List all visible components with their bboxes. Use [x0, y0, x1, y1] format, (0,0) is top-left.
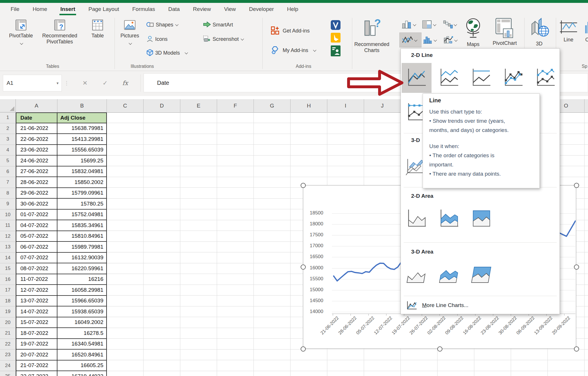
column-header-G[interactable]: G [254, 99, 291, 112]
table-cell-adj-close[interactable]: 15850.2002 [57, 177, 107, 188]
table-cell-date[interactable]: 20-07-2022 [16, 350, 57, 360]
row-header-25[interactable]: 25 [0, 371, 16, 376]
smartart-button[interactable]: SmartArt [203, 21, 233, 28]
100pct-stacked-area-icon[interactable] [470, 207, 493, 230]
table-cell-adj-close[interactable]: 15810.84961 [57, 231, 107, 242]
column-header-E[interactable]: E [180, 99, 217, 112]
chart-selection-handle[interactable] [301, 264, 306, 270]
table-cell-adj-close[interactable]: 15799.09961 [57, 188, 107, 199]
table-cell-adj-close[interactable]: 16520.84961 [57, 350, 107, 360]
line-with-markers-icon[interactable] [502, 66, 525, 89]
chevron-down-icon[interactable] [313, 48, 316, 51]
table-cell-adj-close[interactable]: 15638.79981 [57, 123, 107, 134]
row-header-17[interactable]: 17 [0, 285, 16, 296]
chevron-down-icon[interactable] [414, 38, 417, 41]
table-cell-date[interactable]: 23-06-2022 [16, 145, 57, 156]
column-header-I[interactable]: I [327, 99, 364, 112]
insert-function-icon[interactable]: fx [117, 75, 133, 91]
row-header-9[interactable]: 9 [0, 199, 16, 210]
visio-addin-icon[interactable] [331, 20, 341, 31]
chart-selection-handle[interactable] [574, 183, 579, 188]
table-cell-adj-close[interactable]: 16132.90039 [57, 253, 107, 264]
tab-view[interactable]: View [217, 3, 242, 16]
chart-selection-handle[interactable] [437, 346, 442, 352]
column-header-J[interactable]: J [364, 99, 401, 112]
column-header-C[interactable]: C [107, 99, 144, 112]
table-cell-date[interactable]: 30-06-2022 [16, 199, 57, 210]
insert-hierarchy-chart-button[interactable] [421, 20, 436, 29]
row-header-4[interactable]: 4 [0, 145, 16, 156]
area-icon[interactable] [405, 207, 428, 230]
table-cell-date[interactable]: 24-06-2022 [16, 156, 57, 166]
table-cell-date[interactable]: 22-07-2022 [16, 371, 57, 376]
table-cell-date[interactable]: 15-07-2022 [16, 317, 57, 328]
row-header-19[interactable]: 19 [0, 306, 16, 317]
icons-button[interactable]: Icons [146, 35, 167, 43]
table-cell-adj-close[interactable]: 15556.65039 [57, 145, 107, 156]
table-cell-date[interactable]: 18-07-2022 [16, 328, 57, 339]
screenshot-button[interactable]: Screenshot [203, 35, 243, 43]
table-cell-adj-close[interactable]: 16340.54981 [57, 339, 107, 350]
table-cell-adj-close[interactable]: 15835.34961 [57, 220, 107, 231]
recommended-charts-button[interactable]: ? Recommended Charts [353, 17, 390, 53]
namebox-chevron-icon[interactable]: ▾ [57, 81, 59, 85]
table-cell-adj-close[interactable]: 15699.25 [57, 156, 107, 166]
column-header-B[interactable]: B [57, 99, 107, 112]
table-cell-date[interactable]: 13-07-2022 [16, 296, 57, 307]
table-cell-date[interactable]: 21-06-2022 [16, 123, 57, 134]
column-header-D[interactable]: D [144, 99, 180, 112]
table-cell-adj-close[interactable]: 16216 [57, 274, 107, 285]
row-header-2[interactable]: 2 [0, 123, 16, 134]
table-cell-adj-close[interactable]: 15832.04981 [57, 166, 107, 177]
table-cell-adj-close[interactable]: 15780.25 [57, 199, 107, 210]
3d-area-icon[interactable] [405, 264, 428, 287]
table-header-date[interactable]: Date [16, 112, 57, 123]
pivottable-button[interactable]: PivotTable [8, 18, 34, 46]
tab-review[interactable]: Review [186, 3, 217, 16]
name-box[interactable]: A1 ▾ [3, 75, 62, 91]
table-cell-date[interactable]: 11-07-2022 [16, 274, 57, 285]
tab-home[interactable]: Home [26, 3, 54, 16]
line-chart-icon[interactable] [405, 66, 428, 89]
table-cell-date[interactable]: 01-07-2022 [16, 210, 57, 220]
maps-button[interactable]: Maps [463, 17, 483, 47]
column-header-F[interactable]: F [217, 99, 254, 112]
3d-100pct-stacked-area-icon[interactable] [470, 264, 493, 287]
table-cell-date[interactable]: 04-07-2022 [16, 220, 57, 231]
stacked-line-icon[interactable] [438, 66, 461, 89]
insert-combo-chart-button[interactable] [443, 34, 457, 45]
100pct-stacked-line-icon[interactable] [470, 66, 493, 89]
row-header-3[interactable]: 3 [0, 134, 16, 145]
chevron-down-icon[interactable] [129, 41, 132, 45]
chevron-down-icon[interactable] [175, 23, 178, 26]
bing-addin-icon[interactable] [331, 33, 341, 44]
cancel-icon[interactable]: ✕ [77, 75, 93, 91]
3d-stacked-area-icon[interactable] [438, 264, 461, 287]
column-header-H[interactable]: H [291, 99, 327, 112]
shapes-button[interactable]: Shapes [146, 21, 178, 28]
tab-help[interactable]: Help [281, 3, 305, 16]
row-header-1[interactable]: 1 [0, 112, 16, 123]
tab-developer[interactable]: Developer [242, 3, 281, 16]
table-cell-date[interactable]: 27-06-2022 [16, 166, 57, 177]
more-dots-icon[interactable]: ⋮ [63, 75, 71, 91]
chart-selection-handle[interactable] [301, 346, 306, 352]
table-cell-date[interactable]: 22-06-2022 [16, 134, 57, 145]
chevron-down-icon[interactable] [434, 38, 437, 41]
pictures-button[interactable]: Pictures [119, 18, 140, 46]
column-sparkline-button[interactable]: C [583, 19, 588, 43]
table-cell-date[interactable]: 07-07-2022 [16, 253, 57, 264]
chevron-down-icon[interactable] [454, 23, 457, 26]
row-header-13[interactable]: 13 [0, 242, 16, 253]
insert-column-chart-button[interactable] [401, 20, 416, 29]
tab-insert[interactable]: Insert [54, 3, 82, 16]
table-cell-adj-close[interactable]: 16605.25 [57, 360, 107, 371]
table-button[interactable]: Table [86, 18, 109, 39]
table-cell-date[interactable]: 29-06-2022 [16, 188, 57, 199]
insert-waterfall-chart-button[interactable] [442, 20, 457, 29]
tab-file[interactable]: File [4, 3, 26, 16]
row-header-22[interactable]: 22 [0, 339, 16, 350]
row-header-8[interactable]: 8 [0, 188, 16, 199]
chevron-down-icon[interactable] [413, 23, 416, 26]
table-cell-adj-close[interactable]: 15938.65039 [57, 306, 107, 317]
